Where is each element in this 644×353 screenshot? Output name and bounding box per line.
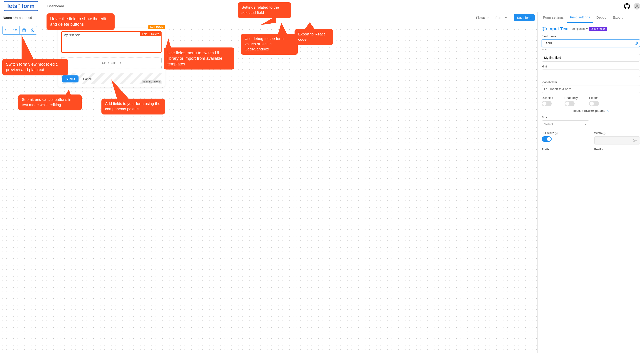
- pointer-field-settings: [260, 16, 276, 25]
- toolbar-refresh-button[interactable]: [2, 26, 11, 34]
- info-icon: ?: [602, 132, 606, 135]
- callout-debug: Use debug to see form values or test in …: [241, 34, 298, 55]
- tab-form-settings[interactable]: Form settings: [540, 13, 567, 23]
- field-name-hint: ame: [542, 48, 640, 51]
- cancel-button[interactable]: Cancel: [80, 75, 96, 83]
- disabled-label: Disabled: [542, 96, 553, 100]
- svg-marker-9: [260, 16, 276, 25]
- fullwidth-label: Full width?: [542, 131, 588, 135]
- globe-icon[interactable]: [634, 41, 638, 45]
- disabled-toggle[interactable]: [542, 101, 552, 106]
- callout-fields-menu: Use fields menu to switch UI library or …: [164, 48, 234, 70]
- tab-field-settings[interactable]: Field settings: [567, 13, 593, 23]
- component-tag: input-text: [589, 27, 607, 31]
- width-input[interactable]: ▲ ▼ px: [594, 136, 640, 144]
- submit-button[interactable]: Submit: [62, 75, 78, 83]
- hint-input[interactable]: [542, 70, 640, 77]
- params-separator[interactable]: React + RSuite5 params △: [542, 109, 640, 112]
- avatar-icon[interactable]: [634, 3, 640, 10]
- form-icon: [22, 28, 26, 32]
- hidden-toggle[interactable]: [589, 101, 599, 106]
- dashboard-link[interactable]: Dashboard: [48, 4, 64, 8]
- sidebar: Form settings Field settings Debug Expor…: [537, 12, 644, 353]
- label-input[interactable]: [542, 54, 640, 62]
- toolbar-123-button[interactable]: 123: [11, 26, 20, 34]
- field-edit-button[interactable]: Edit: [140, 32, 149, 36]
- field-name-label: Field name: [542, 35, 640, 38]
- pointer-view-mode: [22, 35, 35, 62]
- logo-right: form: [22, 3, 35, 10]
- svg-marker-4: [22, 35, 35, 62]
- tab-debug[interactable]: Debug: [593, 13, 610, 23]
- params-separator-label: React + RSuite5 params: [573, 109, 605, 112]
- stepper-down-icon[interactable]: ▼: [632, 140, 634, 142]
- hint-label: Hint: [542, 65, 640, 68]
- field-box[interactable]: Edit Delete My first field: [61, 31, 162, 53]
- test-buttons-label: TEST BUTTONS: [142, 80, 161, 83]
- toolbar-form-button[interactable]: [20, 26, 28, 34]
- component-header: Input Text component = input-text: [542, 26, 640, 31]
- postfix-label: Postfix: [594, 148, 640, 151]
- placeholder-label: Placeholder: [542, 80, 640, 84]
- hidden-label: Hidden: [589, 96, 599, 100]
- placeholder-input[interactable]: [542, 85, 640, 93]
- logo-left: lets: [7, 3, 18, 10]
- callout-export: Export to React code: [294, 29, 333, 45]
- svg-point-0: [636, 5, 638, 6]
- chevron-down-icon: [505, 16, 508, 19]
- github-icon[interactable]: [624, 3, 630, 10]
- size-label: Size: [542, 116, 640, 119]
- width-unit: px: [634, 139, 637, 142]
- svg-marker-10: [278, 23, 287, 34]
- size-select[interactable]: Select: [542, 120, 589, 128]
- info-icon: ?: [555, 132, 558, 135]
- number-stepper[interactable]: ▲ ▼: [632, 138, 634, 142]
- form-name-value[interactable]: Un-nammed: [14, 16, 32, 20]
- form-name-label: Name: [3, 16, 12, 20]
- triangle-up-icon: △: [607, 110, 608, 112]
- field-name-input[interactable]: [542, 39, 640, 47]
- 123-icon: 123: [13, 29, 17, 32]
- view-mode-toolbar: 123: [2, 26, 37, 35]
- component-title: Input Text: [548, 26, 569, 31]
- fields-menu-label: Fields: [476, 16, 485, 20]
- add-field-button[interactable]: ADD FIELD: [61, 57, 162, 69]
- form-menu-button[interactable]: Form: [495, 16, 508, 20]
- width-label: Width?: [594, 131, 640, 135]
- field-input-placeholder-area[interactable]: [62, 39, 161, 46]
- play-circle-icon: [31, 28, 35, 32]
- toolbar-play-button[interactable]: [28, 26, 37, 34]
- tab-export[interactable]: Export: [610, 13, 626, 23]
- callout-submit-cancel: Submit and cancel buttons in test mode w…: [18, 95, 82, 110]
- logo[interactable]: lets form: [4, 1, 38, 11]
- readonly-toggle[interactable]: [564, 101, 574, 106]
- topbar: lets form Dashboard: [0, 0, 644, 12]
- edit-mode-badge: EDIT MODE: [148, 25, 165, 29]
- save-form-button[interactable]: Save form: [514, 14, 534, 21]
- callout-hover-field: Hover the field to show the edit and del…: [46, 14, 114, 30]
- editor-area: Name Un-nammed Fields Form Save form 123: [0, 12, 537, 353]
- form-preview-card: EDIT MODE Edit Delete My first field ADD…: [58, 28, 165, 87]
- chevron-down-icon: [584, 123, 587, 126]
- text-cursor-icon: [18, 4, 22, 9]
- callout-add-fields: Add fields to your form using the compon…: [102, 99, 165, 115]
- pointer-debug: [278, 23, 287, 34]
- prefix-label: Prefix: [542, 148, 588, 151]
- form-menu-label: Form: [495, 16, 503, 20]
- text-cursor-icon: [542, 26, 547, 31]
- field-delete-button[interactable]: Delete: [149, 32, 161, 36]
- svg-rect-7: [542, 28, 546, 30]
- callout-view-mode: Switch form view mode: edit, preview and…: [2, 59, 68, 75]
- refresh-icon: [5, 28, 9, 32]
- readonly-label: Read only: [564, 96, 578, 100]
- stepper-up-icon[interactable]: ▲: [632, 138, 634, 140]
- component-eq-label: component =: [572, 27, 588, 31]
- fullwidth-toggle[interactable]: [542, 136, 552, 142]
- sidebar-tabs: Form settings Field settings Debug Expor…: [538, 12, 644, 23]
- fields-menu-button[interactable]: Fields: [476, 16, 489, 20]
- chevron-down-icon: [486, 16, 489, 19]
- size-select-placeholder: Select: [544, 122, 553, 126]
